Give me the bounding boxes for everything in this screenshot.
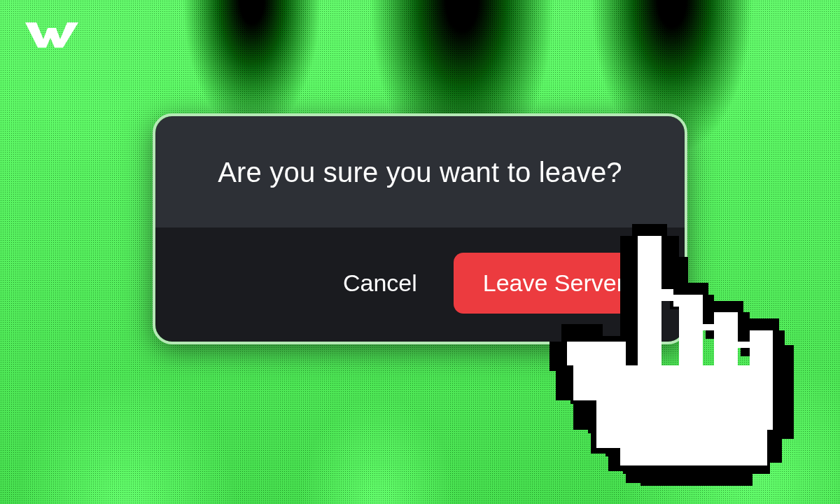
leave-server-button[interactable]: Leave Server bbox=[454, 253, 654, 314]
modal-footer: Cancel Leave Server bbox=[155, 227, 685, 342]
whop-logo-icon bbox=[24, 18, 78, 49]
cancel-button[interactable]: Cancel bbox=[337, 261, 423, 305]
leave-server-modal: Are you sure you want to leave? Cancel L… bbox=[153, 113, 687, 344]
modal-header: Are you sure you want to leave? bbox=[155, 116, 685, 227]
modal-title: Are you sure you want to leave? bbox=[183, 157, 657, 188]
